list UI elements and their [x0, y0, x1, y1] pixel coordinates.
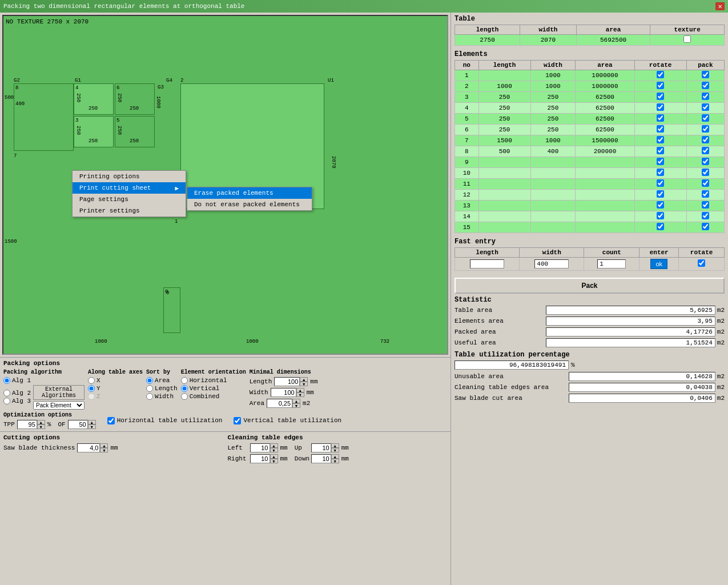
- element-cell-6-2: 1000: [530, 135, 576, 146]
- pack-cb-8[interactable]: [702, 158, 709, 165]
- left-down[interactable]: ▼: [270, 448, 278, 452]
- horiz-util-checkbox[interactable]: [107, 417, 115, 424]
- menu-item-print-cutting-sheet[interactable]: Print cutting sheet ▶: [73, 182, 186, 194]
- pack-cb-11[interactable]: [702, 190, 709, 198]
- pack-cb-3[interactable]: [702, 103, 709, 111]
- tpp-up[interactable]: ▲: [37, 420, 45, 424]
- down-input[interactable]: [311, 454, 331, 463]
- down-down[interactable]: ▼: [331, 459, 339, 463]
- right-down[interactable]: ▼: [270, 459, 278, 463]
- fe-count-input[interactable]: [597, 259, 626, 269]
- menu-item-page-settings[interactable]: Page settings: [73, 194, 186, 205]
- menu-item-printer-settings[interactable]: Printer settings: [73, 205, 186, 217]
- min-length-down[interactable]: ▼: [300, 382, 308, 386]
- min-width-up[interactable]: ▲: [296, 388, 304, 392]
- rotate-cb-10[interactable]: [657, 179, 664, 187]
- rotate-cb-14[interactable]: [657, 223, 664, 230]
- rotate-cb-4[interactable]: [657, 114, 664, 122]
- element-cell-4-0: 5: [455, 114, 479, 125]
- pack-cb-4[interactable]: [702, 114, 709, 122]
- rotate-cb-5[interactable]: [657, 125, 664, 133]
- element-cell-2-1: 250: [478, 92, 530, 103]
- saw-blade-down[interactable]: ▼: [100, 448, 108, 452]
- rotate-cb-3[interactable]: [657, 103, 664, 111]
- radio-vertical[interactable]: [181, 385, 188, 392]
- submenu-item-no-erase[interactable]: Do not erase packed elements: [187, 199, 312, 210]
- radio-sort-area[interactable]: [146, 377, 153, 384]
- min-width-down[interactable]: ▼: [296, 392, 304, 397]
- min-area-input[interactable]: [267, 399, 292, 408]
- right-input[interactable]: [250, 454, 270, 463]
- right-up[interactable]: ▲: [270, 454, 278, 459]
- pack-cb-14[interactable]: [702, 223, 709, 230]
- tpp-input[interactable]: [17, 420, 37, 429]
- rotate-cb-2[interactable]: [657, 93, 664, 100]
- rotate-cb-0[interactable]: [657, 71, 664, 78]
- radio-y[interactable]: [88, 385, 95, 392]
- up-input[interactable]: [311, 443, 331, 452]
- radio-horizontal[interactable]: [181, 377, 188, 384]
- elements-scroll[interactable]: no length width area rotate pack 1100010…: [455, 60, 725, 233]
- rotate-cb-11[interactable]: [657, 190, 664, 198]
- of-down[interactable]: ▼: [88, 424, 96, 429]
- rotate-cb-7[interactable]: [657, 147, 664, 154]
- rotate-cb-8[interactable]: [657, 158, 664, 165]
- pack-cb-9[interactable]: [702, 169, 709, 176]
- radio-z[interactable]: [88, 393, 95, 400]
- pack-cb-6[interactable]: [702, 136, 709, 143]
- pack-cb-0[interactable]: [702, 71, 709, 78]
- pack-cb-13[interactable]: [702, 212, 709, 219]
- texture-checkbox[interactable]: [683, 35, 691, 43]
- left-input[interactable]: [250, 443, 270, 452]
- pack-cb-5[interactable]: [702, 125, 709, 133]
- rotate-cb-13[interactable]: [657, 212, 664, 219]
- pack-cb-12[interactable]: [702, 201, 709, 209]
- fe-width-input[interactable]: [534, 259, 569, 269]
- up-up[interactable]: ▲: [331, 443, 339, 448]
- min-length-input[interactable]: [274, 377, 300, 386]
- min-length-up[interactable]: ▲: [300, 377, 308, 382]
- pack-cb-10[interactable]: [702, 179, 709, 187]
- fe-length-input[interactable]: [470, 259, 504, 269]
- saw-blade-input[interactable]: [77, 443, 100, 452]
- pack-cb-1[interactable]: [702, 82, 709, 89]
- submenu-item-erase[interactable]: Erase packed elements: [187, 187, 312, 199]
- min-width-input[interactable]: [271, 388, 296, 397]
- min-area-up[interactable]: ▲: [292, 399, 300, 403]
- tpp-down[interactable]: ▼: [37, 424, 45, 429]
- radio-alg3[interactable]: [3, 398, 10, 404]
- close-button[interactable]: ✕: [715, 2, 725, 10]
- up-down[interactable]: ▼: [331, 448, 339, 452]
- pack-cb-2[interactable]: [702, 93, 709, 100]
- radio-sort-length[interactable]: [146, 385, 153, 392]
- radio-alg1[interactable]: [3, 377, 10, 384]
- element-cell-12-3: [576, 201, 634, 211]
- radio-x[interactable]: [88, 377, 95, 384]
- vert-util-checkbox[interactable]: [234, 417, 241, 424]
- menu-item-printing-options[interactable]: Printing options: [73, 171, 186, 182]
- rotate-cb-6[interactable]: [657, 136, 664, 143]
- min-area-down[interactable]: ▼: [292, 403, 300, 408]
- saw-blade-up[interactable]: ▲: [100, 443, 108, 448]
- algorithm-title: Packing algorithm: [3, 369, 85, 375]
- radio-combined[interactable]: [181, 393, 188, 400]
- element-cell-1-3: 1000000: [576, 81, 634, 92]
- useful-area-unit: m2: [717, 339, 725, 346]
- radio-alg2[interactable]: [3, 390, 10, 396]
- alg3-select[interactable]: Pack Element: [33, 401, 85, 410]
- radio-sort-width[interactable]: [146, 393, 153, 400]
- length-label: Length: [250, 378, 272, 385]
- of-input[interactable]: [68, 420, 88, 429]
- pack-button[interactable]: Pack: [455, 278, 725, 294]
- rotate-cb-9[interactable]: [657, 169, 664, 176]
- pack-cb-7[interactable]: [702, 147, 709, 154]
- dim-bottom-1000: 1000: [95, 339, 107, 344]
- fe-rotate-checkbox[interactable]: [698, 259, 705, 267]
- left-up[interactable]: ▲: [270, 443, 278, 448]
- rotate-cb-12[interactable]: [657, 201, 664, 209]
- down-up[interactable]: ▲: [331, 454, 339, 459]
- fe-ok-button[interactable]: ok: [650, 259, 667, 269]
- eth-area: area: [576, 61, 634, 70]
- of-up[interactable]: ▲: [88, 420, 96, 424]
- rotate-cb-1[interactable]: [657, 82, 664, 89]
